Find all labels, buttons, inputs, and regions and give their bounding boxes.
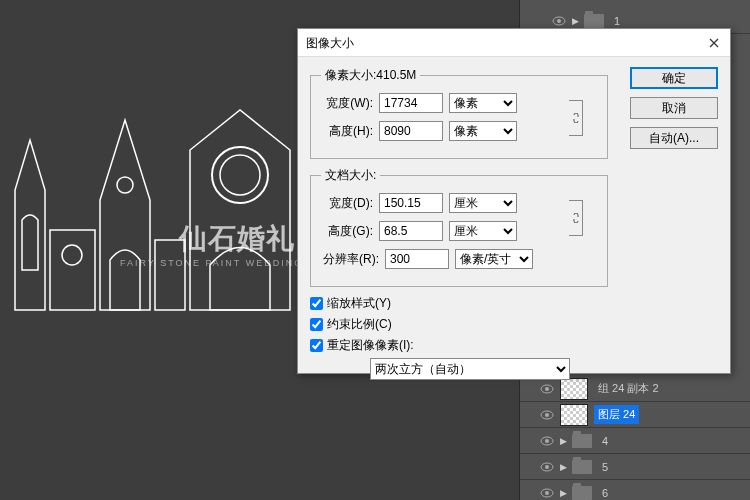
image-size-dialog: 图像大小 确定 取消 自动(A)... 像素大小:410.5M 宽度(W): 像… — [297, 28, 731, 374]
resolution-input[interactable] — [385, 249, 449, 269]
document-size-legend: 文档大小: — [321, 167, 380, 184]
layer-name[interactable]: 6 — [598, 485, 612, 501]
dialog-titlebar[interactable]: 图像大小 — [298, 29, 730, 57]
height-px-label: 高度(H): — [321, 123, 379, 140]
height-doc-label: 高度(G): — [321, 223, 379, 240]
width-px-unit[interactable]: 像素 — [449, 93, 517, 113]
svg-point-2 — [62, 245, 82, 265]
folder-icon — [572, 434, 592, 448]
pixel-dimensions-legend: 像素大小:410.5M — [321, 67, 420, 84]
expand-arrow-icon[interactable]: ▶ — [560, 488, 570, 498]
svg-point-13 — [545, 465, 549, 469]
close-icon[interactable] — [706, 35, 722, 51]
layer-name[interactable]: 1 — [610, 13, 624, 29]
visibility-eye-icon[interactable] — [538, 484, 556, 501]
dialog-title-text: 图像大小 — [306, 29, 354, 57]
resolution-unit[interactable]: 像素/英寸 — [455, 249, 533, 269]
resolution-label: 分辨率(R): — [321, 251, 385, 268]
layer-row[interactable]: ▶5 — [520, 454, 750, 480]
expand-arrow-icon[interactable]: ▶ — [572, 16, 582, 26]
auto-button[interactable]: 自动(A)... — [630, 127, 718, 149]
cancel-button[interactable]: 取消 — [630, 97, 718, 119]
layer-name[interactable]: 4 — [598, 433, 612, 449]
height-doc-input[interactable] — [379, 221, 443, 241]
expand-arrow-icon[interactable]: ▶ — [560, 462, 570, 472]
expand-arrow-icon[interactable]: ▶ — [560, 436, 570, 446]
svg-point-1 — [220, 155, 260, 195]
svg-point-11 — [545, 439, 549, 443]
width-doc-input[interactable] — [379, 193, 443, 213]
width-px-label: 宽度(W): — [321, 95, 379, 112]
svg-point-3 — [117, 177, 133, 193]
layer-row[interactable]: ▶6 — [520, 480, 750, 500]
svg-point-15 — [545, 491, 549, 495]
visibility-eye-icon[interactable] — [538, 458, 556, 476]
layer-name[interactable]: 图层 24 — [594, 405, 639, 424]
folder-icon — [572, 486, 592, 500]
layer-name[interactable]: 5 — [598, 459, 612, 475]
visibility-eye-icon[interactable] — [538, 406, 556, 424]
height-doc-unit[interactable]: 厘米 — [449, 221, 517, 241]
width-doc-unit[interactable]: 厘米 — [449, 193, 517, 213]
svg-point-5 — [557, 19, 561, 23]
ok-button[interactable]: 确定 — [630, 67, 718, 89]
resample-method-select[interactable]: 两次立方（自动） — [370, 358, 570, 380]
link-icon[interactable] — [569, 100, 583, 136]
visibility-eye-icon[interactable] — [538, 432, 556, 450]
folder-icon — [584, 14, 604, 28]
document-size-group: 文档大小: 宽度(D): 厘米 高度(G): 厘米 分辨率(R): 像素/英寸 — [310, 167, 608, 287]
layer-row[interactable]: ▶4 — [520, 428, 750, 454]
constrain-proportions-checkbox[interactable]: 约束比例(C) — [310, 316, 718, 333]
folder-icon — [572, 460, 592, 474]
width-px-input[interactable] — [379, 93, 443, 113]
width-doc-label: 宽度(D): — [321, 195, 379, 212]
layer-row[interactable]: 图层 24 — [520, 402, 750, 428]
resample-checkbox[interactable]: 重定图像像素(I): — [310, 337, 718, 354]
scale-styles-checkbox[interactable]: 缩放样式(Y) — [310, 295, 718, 312]
layer-thumbnail — [560, 404, 588, 426]
link-icon[interactable] — [569, 200, 583, 236]
visibility-eye-icon[interactable] — [550, 12, 568, 30]
pixel-dimensions-group: 像素大小:410.5M 宽度(W): 像素 高度(H): 像素 — [310, 67, 608, 159]
svg-point-9 — [545, 413, 549, 417]
height-px-input[interactable] — [379, 121, 443, 141]
cathedral-artwork — [10, 90, 300, 320]
height-px-unit[interactable]: 像素 — [449, 121, 517, 141]
